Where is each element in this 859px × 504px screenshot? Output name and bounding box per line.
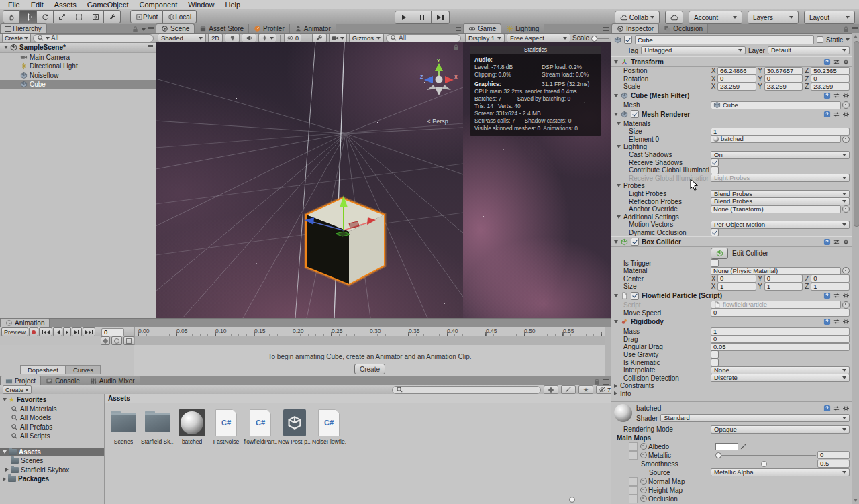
- asset-fastnoise-script[interactable]: C#FastNoise: [211, 409, 242, 445]
- center-x-field[interactable]: 0: [717, 274, 756, 283]
- foldout-icon[interactable]: [3, 477, 6, 481]
- create-animator-button[interactable]: Create: [354, 364, 385, 374]
- component-header-mesh-renderer[interactable]: Mesh Renderer: [611, 109, 852, 119]
- texture-picker-icon[interactable]: [640, 495, 647, 502]
- search-field[interactable]: [405, 386, 537, 393]
- reflection-probes-dropdown[interactable]: Blend Probes: [711, 197, 850, 205]
- gear-icon[interactable]: [842, 111, 850, 118]
- lock-icon[interactable]: [593, 378, 601, 385]
- gear-icon[interactable]: [842, 318, 850, 325]
- position-z-field[interactable]: 50.2365: [811, 67, 850, 75]
- foldout-icon[interactable]: [614, 240, 618, 244]
- receive-shadows-checkbox[interactable]: [711, 158, 719, 166]
- last-frame-button[interactable]: [83, 327, 96, 336]
- drag-field[interactable]: 0: [711, 335, 850, 343]
- add-event-button[interactable]: [111, 336, 122, 345]
- smoothness-value-field[interactable]: 0.5: [817, 460, 850, 468]
- rendering-mode-dropdown[interactable]: Opaque: [711, 425, 850, 434]
- cloud-button[interactable]: [665, 11, 683, 24]
- tab-animator[interactable]: Animator: [290, 24, 336, 33]
- lock-icon[interactable]: [132, 26, 139, 33]
- shader-dropdown[interactable]: Standard: [660, 414, 850, 422]
- menu-component[interactable]: Component: [134, 1, 183, 9]
- component-enabled-checkbox[interactable]: [631, 110, 639, 118]
- tab-animation[interactable]: Animation: [0, 318, 50, 327]
- texture-picker-icon[interactable]: [640, 487, 647, 493]
- texture-slot[interactable]: [629, 442, 638, 451]
- anim-play-button[interactable]: [63, 327, 71, 336]
- timeline-track[interactable]: [134, 336, 605, 346]
- angular-drag-field[interactable]: 0.05: [711, 343, 850, 351]
- asset-scenes[interactable]: Scenes: [108, 409, 139, 445]
- tab-occlusion[interactable]: Occlusion: [659, 24, 708, 33]
- help-icon[interactable]: [823, 92, 831, 99]
- move-speed-field[interactable]: 0: [711, 309, 850, 317]
- scroll-up-icon[interactable]: [854, 35, 858, 38]
- position-x-field[interactable]: 66.24866: [717, 67, 756, 75]
- menu-file[interactable]: File: [3, 1, 26, 9]
- menu-edit[interactable]: Edit: [26, 1, 49, 9]
- tree-all-scripts[interactable]: All Scripts: [0, 432, 104, 441]
- preset-icon[interactable]: [833, 292, 840, 299]
- size-y-field[interactable]: 1: [764, 283, 803, 291]
- gear-icon[interactable]: [842, 58, 850, 66]
- texture-slot[interactable]: [629, 486, 638, 495]
- tab-game[interactable]: Game: [463, 23, 501, 33]
- tree-scenes[interactable]: Scenes: [0, 456, 104, 466]
- center-z-field[interactable]: 0: [811, 274, 850, 283]
- rotation-x-field[interactable]: 0: [717, 74, 756, 83]
- edit-collider-button[interactable]: [711, 248, 728, 259]
- collision-detection-dropdown[interactable]: Discrete: [711, 374, 850, 382]
- foldout-icon[interactable]: [4, 46, 8, 49]
- help-icon[interactable]: [823, 58, 831, 66]
- gear-icon[interactable]: [842, 92, 850, 99]
- tag-dropdown[interactable]: Untagged: [641, 46, 746, 54]
- tree-starfield-skybox[interactable]: Starfield Skybox: [0, 466, 104, 475]
- perspective-toggle[interactable]: < Persp: [417, 118, 458, 125]
- scene-menu-icon[interactable]: [148, 45, 153, 50]
- materials-section[interactable]: Materials: [611, 119, 852, 128]
- preset-icon[interactable]: [833, 405, 840, 412]
- menu-gameobject[interactable]: GameObject: [82, 1, 134, 9]
- foldout-icon[interactable]: [3, 398, 7, 401]
- tab-lighting[interactable]: Lighting: [501, 24, 544, 33]
- size-z-field[interactable]: 1: [811, 283, 850, 291]
- asset-batched-material[interactable]: batched: [176, 409, 207, 445]
- info-foldout[interactable]: Info: [611, 390, 852, 398]
- tab-console[interactable]: Console: [41, 376, 85, 385]
- project-search-input[interactable]: [392, 386, 541, 394]
- menu-help[interactable]: Help: [219, 1, 246, 9]
- center-y-field[interactable]: 0: [764, 274, 803, 283]
- scale-slider[interactable]: [591, 35, 609, 42]
- texture-slot[interactable]: [629, 477, 638, 486]
- layer-dropdown[interactable]: Default: [768, 46, 850, 54]
- component-enabled-checkbox[interactable]: [631, 238, 639, 246]
- texture-slot[interactable]: [629, 451, 638, 460]
- object-picker-icon[interactable]: [842, 267, 850, 274]
- custom-tool-button[interactable]: [104, 10, 121, 23]
- panel-menu-icon[interactable]: [603, 379, 609, 385]
- gizmo-axis-x-label[interactable]: X: [454, 74, 458, 79]
- size-x-field[interactable]: 1: [717, 283, 756, 291]
- texture-picker-icon[interactable]: [640, 443, 647, 450]
- next-key-button[interactable]: [72, 327, 82, 336]
- materials-size-field[interactable]: 1: [711, 128, 850, 136]
- gear-icon[interactable]: [842, 238, 850, 246]
- hierarchy-item-noiseflow[interactable]: Noiseflow: [0, 71, 156, 81]
- hierarchy-item-main-camera[interactable]: Main Camera: [0, 53, 156, 62]
- tab-hierarchy[interactable]: Hierarchy: [0, 23, 47, 33]
- record-button[interactable]: [29, 327, 38, 336]
- scale-x-field[interactable]: 23.259: [717, 83, 756, 91]
- use-gravity-checkbox[interactable]: [711, 350, 719, 358]
- save-search-button[interactable]: ★: [578, 385, 593, 394]
- static-checkbox[interactable]: [817, 36, 823, 43]
- foldout-icon[interactable]: [5, 468, 9, 472]
- slider-thumb[interactable]: [569, 497, 575, 503]
- smoothness-slider[interactable]: [711, 460, 816, 467]
- cast-shadows-dropdown[interactable]: On: [711, 151, 850, 159]
- panel-menu-icon[interactable]: [603, 26, 609, 31]
- position-y-field[interactable]: 30.67657: [764, 67, 803, 75]
- scrollbar-thumb[interactable]: [854, 41, 859, 227]
- foldout-icon[interactable]: [614, 60, 618, 64]
- contribute-gi-checkbox[interactable]: [711, 166, 719, 174]
